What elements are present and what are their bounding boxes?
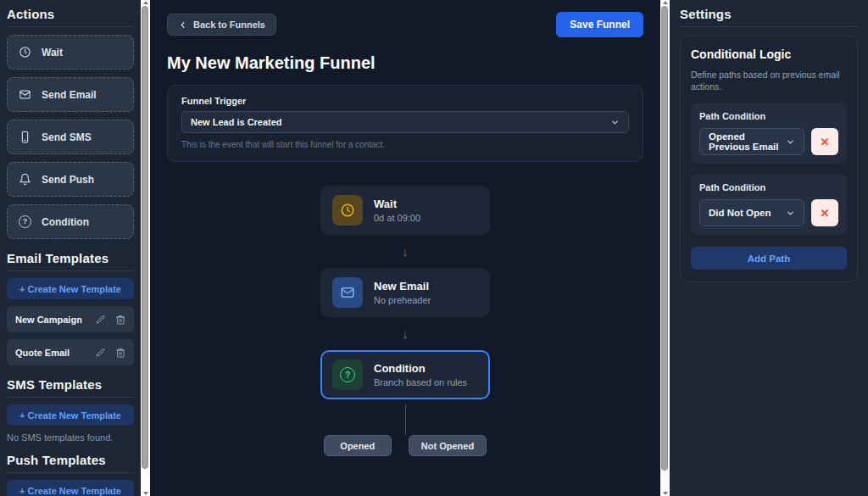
phone-icon	[19, 131, 31, 143]
bell-icon	[19, 173, 31, 186]
email-template-row[interactable]: New Campaign	[7, 306, 134, 332]
action-item-label: Condition	[42, 216, 89, 228]
actions-heading: Actions	[7, 7, 134, 21]
divider	[7, 26, 134, 27]
left-sidebar-scrollbar[interactable]	[141, 0, 150, 496]
delete-path-button[interactable]: ✕	[811, 199, 838, 226]
node-title: Wait	[374, 198, 420, 210]
node-title: Condition	[374, 362, 467, 375]
settings-heading: Settings	[680, 7, 858, 21]
down-arrow-icon: ↓	[402, 326, 409, 341]
save-funnel-button[interactable]: Save Funnel	[556, 12, 643, 37]
node-condition[interactable]: ? Condition Branch based on rules	[320, 350, 490, 399]
node-subtitle: 0d at 09:00	[374, 213, 420, 223]
branch-row: Opened Not Opened	[324, 435, 487, 456]
node-new-email[interactable]: New Email No preheader	[320, 268, 490, 317]
trash-icon[interactable]	[115, 348, 125, 358]
divider	[7, 472, 134, 473]
funnel-title: My New Marketing Funnel	[167, 53, 643, 73]
branch-connector-line	[405, 404, 406, 435]
chevron-down-icon	[610, 118, 620, 127]
action-item-label: Send Email	[42, 89, 97, 101]
branch-opened-button[interactable]: Opened	[324, 435, 392, 456]
edit-pencil-icon[interactable]	[96, 348, 106, 358]
scrollbar-thumb[interactable]	[142, 6, 148, 469]
scroll-down-arrow-icon[interactable]	[141, 490, 150, 496]
trash-icon[interactable]	[115, 315, 125, 325]
add-path-button[interactable]: Add Path	[691, 247, 847, 270]
path-condition-select[interactable]: Did Not Open	[699, 199, 804, 226]
node-subtitle: Branch based on rules	[374, 377, 467, 387]
create-push-template-button[interactable]: + Create New Template	[7, 480, 134, 496]
path-condition-select[interactable]: Opened Previous Email	[699, 128, 804, 155]
node-wait[interactable]: Wait 0d at 09:00	[320, 186, 490, 235]
divider	[680, 26, 858, 27]
question-circle-icon: ?	[340, 367, 355, 382]
close-icon: ✕	[821, 207, 830, 220]
conditional-logic-title: Conditional Logic	[691, 47, 847, 61]
scroll-down-arrow-icon[interactable]	[660, 490, 670, 496]
conditional-logic-description: Define paths based on previous email act…	[691, 69, 847, 92]
envelope-icon	[340, 285, 355, 300]
email-template-row[interactable]: Quote Email	[7, 339, 134, 365]
action-item-wait[interactable]: Wait	[7, 35, 134, 70]
sms-empty-message: No SMS templates found.	[7, 432, 134, 443]
create-email-template-button[interactable]: + Create New Template	[7, 278, 134, 299]
node-flow: Wait 0d at 09:00 ↓ New Email No preheade…	[167, 186, 643, 456]
back-button-label: Back to Funnels	[193, 20, 265, 30]
action-item-label: Send Push	[42, 174, 94, 186]
chevron-down-icon	[786, 209, 795, 218]
down-arrow-icon: ↓	[402, 244, 409, 259]
funnel-trigger-select[interactable]: New Lead is Created	[181, 111, 629, 133]
push-templates-heading: Push Templates	[7, 453, 134, 467]
divider	[7, 397, 134, 398]
action-item-label: Wait	[42, 47, 63, 59]
chevron-down-icon	[786, 137, 795, 147]
trigger-helper-text: This is the event that will start this f…	[181, 140, 629, 149]
main-header: Back to Funnels Save Funnel	[167, 12, 643, 37]
settings-sidebar: Settings Conditional Logic Define paths …	[670, 0, 868, 496]
template-name: Quote Email	[15, 348, 96, 358]
action-item-condition[interactable]: ? Condition	[7, 204, 134, 239]
action-item-send-email[interactable]: Send Email	[7, 77, 134, 112]
funnel-builder-canvas: Back to Funnels Save Funnel My New Marke…	[150, 0, 660, 496]
close-icon: ✕	[821, 136, 830, 148]
clock-icon	[19, 46, 31, 59]
question-circle-icon: ?	[19, 215, 31, 228]
conditional-logic-panel: Conditional Logic Define paths based on …	[680, 36, 858, 282]
main-scrollbar[interactable]	[660, 0, 670, 496]
clock-icon	[340, 203, 355, 218]
branch-not-opened-button[interactable]: Not Opened	[409, 435, 487, 456]
action-item-send-sms[interactable]: Send SMS	[7, 120, 134, 154]
node-subtitle: No preheader	[374, 295, 431, 305]
chevron-left-icon	[178, 20, 187, 30]
node-title: New Email	[374, 280, 431, 293]
selected-path-option: Opened Previous Email	[709, 131, 786, 152]
email-templates-heading: Email Templates	[7, 251, 134, 265]
create-sms-template-button[interactable]: + Create New Template	[7, 404, 134, 426]
path-condition-label: Path Condition	[699, 111, 838, 121]
actions-sidebar: Actions Wait Send Email Send SMS Send Pu…	[0, 0, 141, 496]
funnel-trigger-panel: Funnel Trigger New Lead is Created This …	[167, 85, 643, 162]
funnel-trigger-label: Funnel Trigger	[181, 96, 629, 106]
selected-trigger-option: New Lead is Created	[191, 117, 282, 127]
back-to-funnels-button[interactable]: Back to Funnels	[167, 14, 276, 36]
path-condition-card: Path Condition Did Not Open ✕	[691, 174, 847, 235]
divider	[7, 270, 134, 271]
action-item-send-push[interactable]: Send Push	[7, 162, 134, 197]
path-condition-card: Path Condition Opened Previous Email ✕	[691, 103, 847, 164]
scroll-up-arrow-icon[interactable]	[660, 0, 670, 6]
selected-path-option: Did Not Open	[709, 208, 771, 218]
scrollbar-thumb[interactable]	[661, 6, 668, 471]
template-name: New Campaign	[15, 315, 96, 325]
sms-templates-heading: SMS Templates	[7, 377, 134, 392]
envelope-icon	[19, 88, 31, 101]
action-item-label: Send SMS	[42, 131, 92, 143]
delete-path-button[interactable]: ✕	[811, 128, 838, 155]
path-condition-label: Path Condition	[699, 182, 838, 192]
edit-pencil-icon[interactable]	[96, 315, 106, 325]
scroll-up-arrow-icon[interactable]	[141, 0, 150, 6]
